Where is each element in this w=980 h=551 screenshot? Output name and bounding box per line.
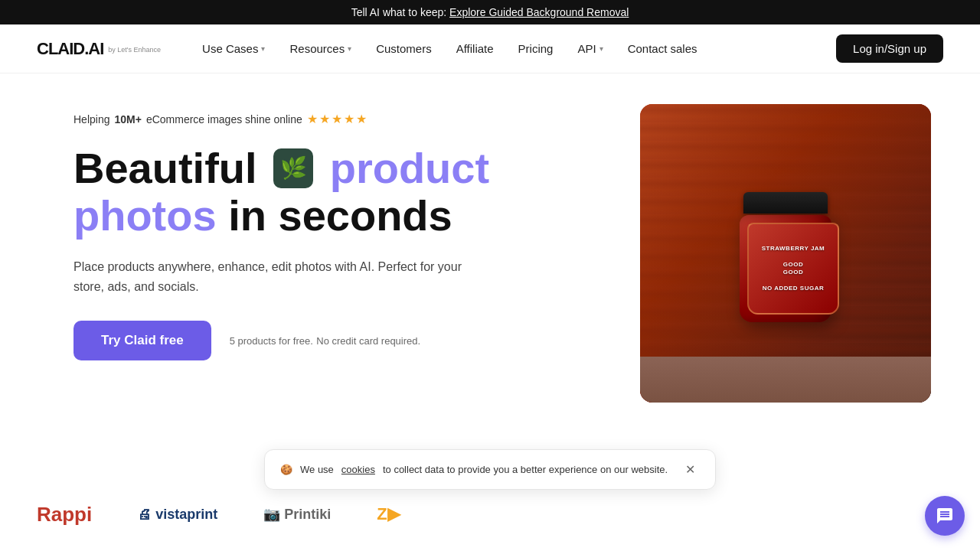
logo-zalando: Z▶ (377, 504, 400, 524)
nav-links: Use Cases ▾ Resources ▾ Customers Affili… (191, 36, 836, 61)
nav-item-pricing[interactable]: Pricing (508, 36, 564, 61)
banner-text: Tell AI what to keep: (351, 6, 447, 18)
nav-item-use-cases[interactable]: Use Cases ▾ (191, 36, 276, 61)
cookie-link[interactable]: cookies (341, 464, 375, 475)
star-icon: ★ (344, 112, 354, 126)
product-jar: STRAWBERRY JAMGOODGOODNO ADDED SUGAR (732, 184, 839, 322)
cookie-emoji: 🍪 (280, 464, 292, 475)
logo[interactable]: CLAID.AI by Let's Enhance (37, 39, 161, 59)
logo-printiki: 📷 Printiki (263, 506, 331, 523)
star-icon: ★ (307, 112, 318, 126)
jar-lid (743, 192, 828, 214)
cta-note: 5 products for free. No credit card requ… (230, 334, 420, 347)
cookie-suffix: to collect data to provide you a better … (383, 464, 668, 475)
nav-item-resources[interactable]: Resources ▾ (279, 36, 362, 61)
star-rating: ★ ★ ★ ★ ★ (307, 112, 367, 126)
cookie-text: We use (300, 464, 334, 475)
login-button[interactable]: Log in/Sign up (836, 34, 943, 63)
logo-text: CLAID.AI (37, 39, 103, 59)
cta-note-text: No credit card required. (316, 335, 420, 347)
nav-item-api[interactable]: API ▾ (567, 36, 613, 61)
logo-vistaprint: 🖨 vistaprint (138, 507, 217, 523)
close-icon[interactable]: ✕ (681, 461, 700, 478)
cookie-banner: 🍪 We use cookies to collect data to prov… (264, 449, 716, 490)
jar-label: STRAWBERRY JAMGOODGOODNO ADDED SUGAR (747, 223, 839, 315)
chevron-down-icon: ▾ (599, 44, 603, 53)
chat-button[interactable] (925, 496, 965, 536)
rating-row: Helping 10M+ eCommerce images shine onli… (74, 112, 609, 126)
navbar: CLAID.AI by Let's Enhance Use Cases ▾ Re… (0, 24, 980, 73)
nav-item-contact[interactable]: Contact sales (617, 36, 708, 61)
hero-image-area: STRAWBERRY JAMGOODGOODNO ADDED SUGAR (640, 104, 931, 403)
product-image: STRAWBERRY JAMGOODGOODNO ADDED SUGAR (640, 104, 931, 403)
hero-content: Helping 10M+ eCommerce images shine onli… (74, 104, 609, 360)
chat-icon (936, 507, 954, 525)
jar-body: STRAWBERRY JAMGOODGOODNO ADDED SUGAR (740, 215, 831, 322)
rating-prefix: Helping (74, 113, 109, 126)
nav-label: Use Cases (202, 42, 258, 55)
chevron-down-icon: ▾ (348, 44, 351, 53)
nav-label: Customers (376, 42, 432, 55)
star-icon: ★ (356, 112, 367, 126)
nav-right: Log in/Sign up (836, 34, 943, 63)
logo-subtitle: by Let's Enhance (108, 46, 161, 54)
jar-label-text: STRAWBERRY JAMGOODGOODNO ADDED SUGAR (762, 245, 825, 292)
announcement-banner: Tell AI what to keep: Explore Guided Bac… (0, 0, 980, 24)
hero-headline: Beautiful product photos in seconds (74, 145, 609, 239)
headline-photos: photos (74, 191, 217, 240)
cta-note-bold: 5 products for free. (230, 335, 313, 347)
headline-beautiful: Beautiful (74, 144, 257, 192)
nav-label: Pricing (518, 42, 554, 55)
nav-label: Resources (289, 42, 345, 55)
headline-inseconds: in seconds (228, 191, 452, 240)
nav-label: API (577, 42, 596, 55)
nav-item-affiliate[interactable]: Affiliate (446, 36, 505, 61)
rating-suffix: eCommerce images shine online (146, 113, 302, 126)
banner-link[interactable]: Explore Guided Background Removal (449, 6, 629, 18)
headline-product: product (330, 144, 489, 192)
plant-icon (273, 148, 313, 188)
rating-count: 10M+ (114, 113, 141, 126)
try-claid-button[interactable]: Try Claid free (74, 321, 211, 360)
logo-rappi: Rappi (37, 503, 92, 527)
star-icon: ★ (319, 112, 330, 126)
logos-bar: Rappi 🖨 vistaprint 📷 Printiki Z▶ (0, 484, 980, 545)
chevron-down-icon: ▾ (261, 44, 265, 53)
cta-row: Try Claid free 5 products for free. No c… (74, 321, 609, 360)
hero-subtitle: Place products anywhere, enhance, edit p… (74, 257, 487, 296)
nav-label: Contact sales (628, 42, 697, 55)
nav-item-customers[interactable]: Customers (365, 36, 443, 61)
table-surface (640, 357, 931, 403)
star-icon: ★ (332, 112, 342, 126)
nav-label: Affiliate (456, 42, 494, 55)
